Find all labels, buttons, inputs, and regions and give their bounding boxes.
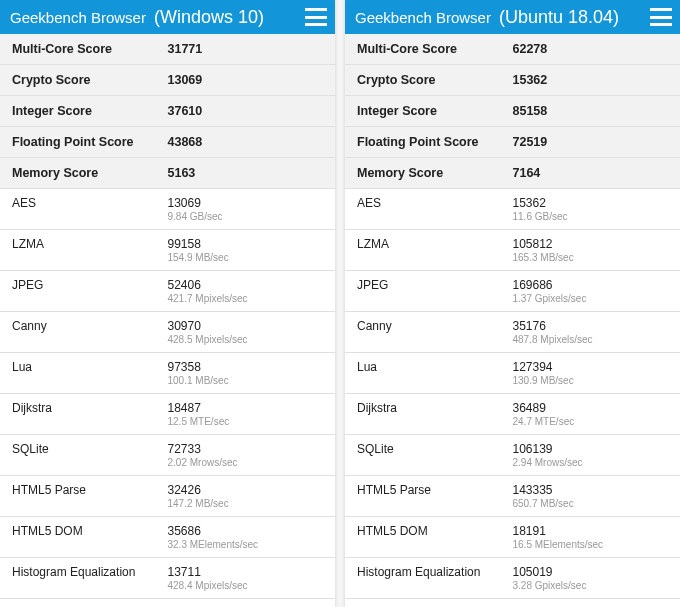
benchmark-unit: 130.9 MB/sec	[513, 375, 669, 386]
summary-label: Memory Score	[357, 166, 513, 180]
benchmark-row: SQLite727332.02 Mrows/sec	[0, 435, 335, 476]
benchmark-row: HTML5 Parse32426147.2 MB/sec	[0, 476, 335, 517]
summary-row: Floating Point Score72519	[345, 127, 680, 158]
summary-label: Integer Score	[12, 104, 168, 118]
summary-row: Multi-Core Score31771	[0, 34, 335, 65]
benchmark-label: JPEG	[12, 278, 168, 292]
app-title: Geekbench Browser	[10, 9, 146, 26]
benchmark-value: 127394	[513, 360, 553, 374]
benchmark-value: 106139	[513, 442, 553, 456]
results-scroll[interactable]: Multi-Core Score31771Crypto Score13069In…	[0, 34, 335, 607]
benchmark-row: LZMA105812165.3 MB/sec	[345, 230, 680, 271]
benchmark-value-wrap: 30970428.5 Mpixels/sec	[168, 319, 324, 345]
benchmark-value: 99158	[168, 237, 201, 251]
benchmark-value: 13711	[168, 565, 201, 579]
benchmark-unit: 3.28 Gpixels/sec	[513, 580, 669, 591]
summary-label: Crypto Score	[357, 73, 513, 87]
results-scroll[interactable]: Multi-Core Score62278Crypto Score15362In…	[345, 34, 680, 607]
benchmark-value-wrap: 1050193.28 Gpixels/sec	[513, 565, 669, 591]
summary-label: Integer Score	[357, 104, 513, 118]
benchmark-unit: 2.02 Mrows/sec	[168, 457, 324, 468]
benchmark-unit: 32.3 MElements/sec	[168, 539, 324, 550]
benchmark-value: 52406	[168, 278, 201, 292]
benchmark-unit: 428.5 Mpixels/sec	[168, 334, 324, 345]
benchmark-value: 35686	[168, 524, 201, 538]
benchmark-label: Histogram Equalization	[357, 565, 513, 579]
panel-windows: Geekbench Browser (Windows 10) Multi-Cor…	[0, 0, 335, 607]
summary-row: Crypto Score13069	[0, 65, 335, 96]
benchmark-value-wrap: 99158154.9 MB/sec	[168, 237, 324, 263]
summary-value: 43868	[168, 135, 324, 149]
menu-icon[interactable]	[650, 8, 672, 26]
benchmark-row: Lua97358100.1 MB/sec	[0, 353, 335, 394]
benchmark-unit: 650.7 MB/sec	[513, 498, 669, 509]
benchmark-value: 15362	[513, 196, 546, 210]
benchmark-unit: 147.2 MB/sec	[168, 498, 324, 509]
app-title: Geekbench Browser	[355, 9, 491, 26]
benchmark-unit: 9.84 GB/sec	[168, 211, 324, 222]
summary-row: Memory Score7164	[345, 158, 680, 189]
benchmark-row: Canny30970428.5 Mpixels/sec	[0, 312, 335, 353]
benchmark-value-wrap: 52406421.7 Mpixels/sec	[168, 278, 324, 304]
benchmark-row: Dijkstra3648924.7 MTE/sec	[345, 394, 680, 435]
benchmark-value-wrap: 143335650.7 MB/sec	[513, 483, 669, 509]
benchmark-value-wrap: 1061392.94 Mrows/sec	[513, 442, 669, 468]
os-label: (Ubuntu 18.04)	[499, 7, 644, 28]
panel-ubuntu: Geekbench Browser (Ubuntu 18.04) Multi-C…	[345, 0, 680, 607]
benchmark-unit: 1.37 Gpixels/sec	[513, 293, 669, 304]
summary-row: Integer Score37610	[0, 96, 335, 127]
benchmark-value: 36489	[513, 401, 546, 415]
benchmark-label: Canny	[357, 319, 513, 333]
benchmark-label: Histogram Equalization	[12, 565, 168, 579]
benchmark-value: 32426	[168, 483, 201, 497]
benchmark-label: Dijkstra	[357, 401, 513, 415]
app-header: Geekbench Browser (Windows 10)	[0, 0, 335, 34]
benchmark-unit: 421.7 Mpixels/sec	[168, 293, 324, 304]
benchmark-value-wrap: 97358100.1 MB/sec	[168, 360, 324, 386]
benchmark-row: AES1536211.6 GB/sec	[345, 189, 680, 230]
benchmark-value: 18191	[513, 524, 546, 538]
benchmark-label: Lua	[357, 360, 513, 374]
benchmark-row: LZMA99158154.9 MB/sec	[0, 230, 335, 271]
benchmark-label: Dijkstra	[12, 401, 168, 415]
benchmark-unit: 12.5 MTE/sec	[168, 416, 324, 427]
benchmark-label: HTML5 Parse	[357, 483, 513, 497]
benchmark-value-wrap: 130699.84 GB/sec	[168, 196, 324, 222]
menu-icon[interactable]	[305, 8, 327, 26]
benchmark-label: LZMA	[12, 237, 168, 251]
benchmark-unit: 24.7 MTE/sec	[513, 416, 669, 427]
benchmark-label: HTML5 DOM	[357, 524, 513, 538]
benchmark-value: 97358	[168, 360, 201, 374]
summary-label: Memory Score	[12, 166, 168, 180]
summary-row: Memory Score5163	[0, 158, 335, 189]
benchmark-unit: 11.6 GB/sec	[513, 211, 669, 222]
benchmark-value: 72733	[168, 442, 201, 456]
benchmark-label: SQLite	[357, 442, 513, 456]
benchmark-row: PDF Rendering9129242.5 Mpixels/sec	[0, 599, 335, 607]
benchmark-unit: 165.3 MB/sec	[513, 252, 669, 263]
benchmark-row: HTML5 DOM3568632.3 MElements/sec	[0, 517, 335, 558]
summary-value: 72519	[513, 135, 669, 149]
benchmark-unit: 2.94 Mrows/sec	[513, 457, 669, 468]
summary-label: Crypto Score	[12, 73, 168, 87]
benchmark-unit: 100.1 MB/sec	[168, 375, 324, 386]
benchmark-value-wrap: 127394130.9 MB/sec	[513, 360, 669, 386]
summary-value: 85158	[513, 104, 669, 118]
benchmark-label: HTML5 Parse	[12, 483, 168, 497]
benchmark-label: JPEG	[357, 278, 513, 292]
benchmark-value-wrap: 3568632.3 MElements/sec	[168, 524, 324, 550]
benchmark-label: Lua	[12, 360, 168, 374]
benchmark-value-wrap: 13711428.4 Mpixels/sec	[168, 565, 324, 591]
benchmark-value: 105019	[513, 565, 553, 579]
benchmark-label: HTML5 DOM	[12, 524, 168, 538]
benchmark-row: Dijkstra1848712.5 MTE/sec	[0, 394, 335, 435]
benchmark-unit: 154.9 MB/sec	[168, 252, 324, 263]
summary-label: Multi-Core Score	[12, 42, 168, 56]
benchmark-row: HTML5 Parse143335650.7 MB/sec	[345, 476, 680, 517]
benchmark-label: Canny	[12, 319, 168, 333]
benchmark-value: 18487	[168, 401, 201, 415]
benchmark-value: 30970	[168, 319, 201, 333]
benchmark-value-wrap: 3648924.7 MTE/sec	[513, 401, 669, 427]
benchmark-row: JPEG52406421.7 Mpixels/sec	[0, 271, 335, 312]
benchmark-row: Histogram Equalization1050193.28 Gpixels…	[345, 558, 680, 599]
